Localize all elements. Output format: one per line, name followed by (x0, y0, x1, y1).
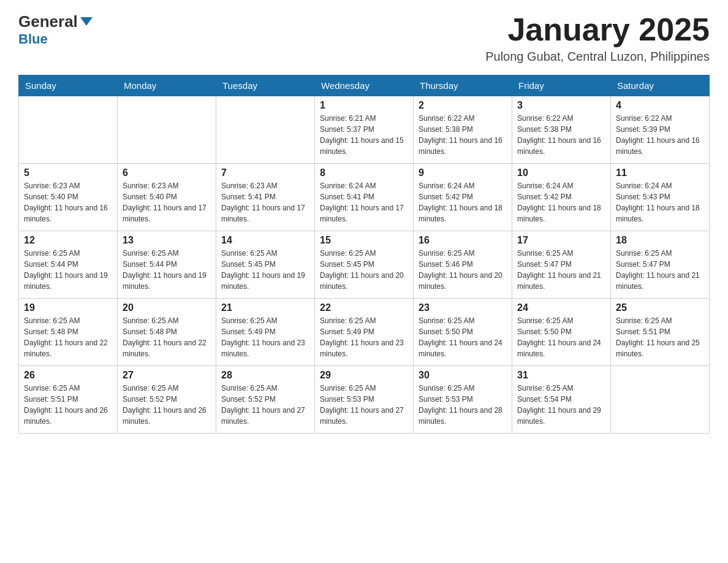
calendar-cell: 5Sunrise: 6:23 AMSunset: 5:40 PMDaylight… (19, 164, 118, 231)
page-header: General Blue January 2025 Pulong Gubat, … (18, 12, 710, 64)
header-row: SundayMondayTuesdayWednesdayThursdayFrid… (19, 75, 710, 96)
calendar-cell: 16Sunrise: 6:25 AMSunset: 5:46 PMDayligh… (414, 231, 512, 299)
calendar-cell: 22Sunrise: 6:25 AMSunset: 5:49 PMDayligh… (315, 299, 414, 366)
day-info: Sunrise: 6:23 AMSunset: 5:41 PMDaylight:… (221, 180, 309, 224)
day-number: 17 (517, 235, 605, 246)
day-number: 2 (419, 100, 507, 111)
day-info: Sunrise: 6:25 AMSunset: 5:52 PMDaylight:… (123, 383, 211, 427)
day-info: Sunrise: 6:25 AMSunset: 5:48 PMDaylight:… (24, 315, 112, 359)
day-info: Sunrise: 6:24 AMSunset: 5:42 PMDaylight:… (517, 180, 605, 224)
day-number: 29 (320, 370, 408, 381)
calendar-cell: 10Sunrise: 6:24 AMSunset: 5:42 PMDayligh… (512, 164, 611, 231)
calendar-cell: 2Sunrise: 6:22 AMSunset: 5:38 PMDaylight… (414, 96, 512, 164)
day-info: Sunrise: 6:25 AMSunset: 5:47 PMDaylight:… (616, 248, 704, 292)
calendar-cell: 11Sunrise: 6:24 AMSunset: 5:43 PMDayligh… (611, 164, 710, 231)
calendar-cell: 17Sunrise: 6:25 AMSunset: 5:47 PMDayligh… (512, 231, 611, 299)
calendar-cell: 3Sunrise: 6:22 AMSunset: 5:38 PMDaylight… (512, 96, 611, 164)
day-info: Sunrise: 6:22 AMSunset: 5:38 PMDaylight:… (517, 113, 605, 157)
day-info: Sunrise: 6:25 AMSunset: 5:49 PMDaylight:… (221, 315, 309, 359)
week-row-2: 5Sunrise: 6:23 AMSunset: 5:40 PMDaylight… (19, 164, 710, 231)
day-info: Sunrise: 6:25 AMSunset: 5:51 PMDaylight:… (24, 383, 112, 427)
day-number: 4 (616, 100, 704, 111)
day-info: Sunrise: 6:25 AMSunset: 5:47 PMDaylight:… (517, 248, 605, 292)
day-number: 12 (24, 235, 112, 246)
day-info: Sunrise: 6:25 AMSunset: 5:49 PMDaylight:… (320, 315, 408, 359)
calendar-cell: 27Sunrise: 6:25 AMSunset: 5:52 PMDayligh… (118, 366, 216, 434)
day-info: Sunrise: 6:24 AMSunset: 5:43 PMDaylight:… (616, 180, 704, 224)
calendar-cell: 13Sunrise: 6:25 AMSunset: 5:44 PMDayligh… (118, 231, 216, 299)
day-number: 1 (320, 100, 408, 111)
calendar-cell: 19Sunrise: 6:25 AMSunset: 5:48 PMDayligh… (19, 299, 118, 366)
col-header-thursday: Thursday (414, 75, 512, 96)
day-info: Sunrise: 6:25 AMSunset: 5:45 PMDaylight:… (320, 248, 408, 292)
calendar-cell (611, 366, 710, 434)
calendar-cell: 23Sunrise: 6:25 AMSunset: 5:50 PMDayligh… (414, 299, 512, 366)
logo-general-text: General (18, 12, 78, 31)
day-number: 3 (517, 100, 605, 111)
calendar-cell: 18Sunrise: 6:25 AMSunset: 5:47 PMDayligh… (611, 231, 710, 299)
day-info: Sunrise: 6:23 AMSunset: 5:40 PMDaylight:… (123, 180, 211, 224)
calendar-cell: 29Sunrise: 6:25 AMSunset: 5:53 PMDayligh… (315, 366, 414, 434)
calendar-cell: 28Sunrise: 6:25 AMSunset: 5:52 PMDayligh… (216, 366, 315, 434)
day-info: Sunrise: 6:25 AMSunset: 5:46 PMDaylight:… (419, 248, 507, 292)
col-header-wednesday: Wednesday (315, 75, 414, 96)
day-number: 7 (221, 167, 309, 178)
day-number: 24 (517, 302, 605, 313)
calendar-cell: 1Sunrise: 6:21 AMSunset: 5:37 PMDaylight… (315, 96, 414, 164)
day-info: Sunrise: 6:24 AMSunset: 5:41 PMDaylight:… (320, 180, 408, 224)
day-number: 16 (419, 235, 507, 246)
day-info: Sunrise: 6:21 AMSunset: 5:37 PMDaylight:… (320, 113, 408, 157)
day-info: Sunrise: 6:25 AMSunset: 5:51 PMDaylight:… (616, 315, 704, 359)
calendar-cell: 15Sunrise: 6:25 AMSunset: 5:45 PMDayligh… (315, 231, 414, 299)
calendar-cell: 24Sunrise: 6:25 AMSunset: 5:50 PMDayligh… (512, 299, 611, 366)
day-info: Sunrise: 6:25 AMSunset: 5:53 PMDaylight:… (419, 383, 507, 427)
day-number: 10 (517, 167, 605, 178)
day-number: 25 (616, 302, 704, 313)
day-number: 11 (616, 167, 704, 178)
day-number: 21 (221, 302, 309, 313)
day-info: Sunrise: 6:23 AMSunset: 5:40 PMDaylight:… (24, 180, 112, 224)
day-number: 13 (123, 235, 211, 246)
logo-arrow-icon (80, 17, 93, 26)
day-number: 26 (24, 370, 112, 381)
logo-blue-text: Blue (18, 31, 48, 47)
calendar-cell: 31Sunrise: 6:25 AMSunset: 5:54 PMDayligh… (512, 366, 611, 434)
week-row-1: 1Sunrise: 6:21 AMSunset: 5:37 PMDaylight… (19, 96, 710, 164)
logo: General Blue (18, 12, 93, 47)
calendar-cell: 7Sunrise: 6:23 AMSunset: 5:41 PMDaylight… (216, 164, 315, 231)
logo-blue-part (79, 18, 93, 26)
day-number: 23 (419, 302, 507, 313)
day-number: 31 (517, 370, 605, 381)
calendar-cell: 9Sunrise: 6:24 AMSunset: 5:42 PMDaylight… (414, 164, 512, 231)
day-info: Sunrise: 6:25 AMSunset: 5:44 PMDaylight:… (24, 248, 112, 292)
calendar-cell: 6Sunrise: 6:23 AMSunset: 5:40 PMDaylight… (118, 164, 216, 231)
day-info: Sunrise: 6:25 AMSunset: 5:50 PMDaylight:… (517, 315, 605, 359)
day-number: 19 (24, 302, 112, 313)
day-info: Sunrise: 6:25 AMSunset: 5:48 PMDaylight:… (123, 315, 211, 359)
day-info: Sunrise: 6:22 AMSunset: 5:39 PMDaylight:… (616, 113, 704, 157)
month-title: January 2025 (485, 12, 710, 47)
week-row-5: 26Sunrise: 6:25 AMSunset: 5:51 PMDayligh… (19, 366, 710, 434)
calendar-cell: 12Sunrise: 6:25 AMSunset: 5:44 PMDayligh… (19, 231, 118, 299)
day-info: Sunrise: 6:25 AMSunset: 5:52 PMDaylight:… (221, 383, 309, 427)
col-header-monday: Monday (118, 75, 216, 96)
calendar-cell: 21Sunrise: 6:25 AMSunset: 5:49 PMDayligh… (216, 299, 315, 366)
col-header-friday: Friday (512, 75, 611, 96)
day-info: Sunrise: 6:22 AMSunset: 5:38 PMDaylight:… (419, 113, 507, 157)
day-number: 5 (24, 167, 112, 178)
week-row-4: 19Sunrise: 6:25 AMSunset: 5:48 PMDayligh… (19, 299, 710, 366)
calendar-cell (19, 96, 118, 164)
day-number: 22 (320, 302, 408, 313)
day-info: Sunrise: 6:25 AMSunset: 5:45 PMDaylight:… (221, 248, 309, 292)
calendar-cell: 4Sunrise: 6:22 AMSunset: 5:39 PMDaylight… (611, 96, 710, 164)
location-subtitle: Pulong Gubat, Central Luzon, Philippines (485, 50, 710, 64)
calendar-cell: 14Sunrise: 6:25 AMSunset: 5:45 PMDayligh… (216, 231, 315, 299)
day-number: 14 (221, 235, 309, 246)
day-number: 9 (419, 167, 507, 178)
calendar-cell: 8Sunrise: 6:24 AMSunset: 5:41 PMDaylight… (315, 164, 414, 231)
calendar-table: SundayMondayTuesdayWednesdayThursdayFrid… (18, 75, 710, 434)
day-info: Sunrise: 6:24 AMSunset: 5:42 PMDaylight:… (419, 180, 507, 224)
calendar-cell: 30Sunrise: 6:25 AMSunset: 5:53 PMDayligh… (414, 366, 512, 434)
day-info: Sunrise: 6:25 AMSunset: 5:50 PMDaylight:… (419, 315, 507, 359)
calendar-cell: 20Sunrise: 6:25 AMSunset: 5:48 PMDayligh… (118, 299, 216, 366)
